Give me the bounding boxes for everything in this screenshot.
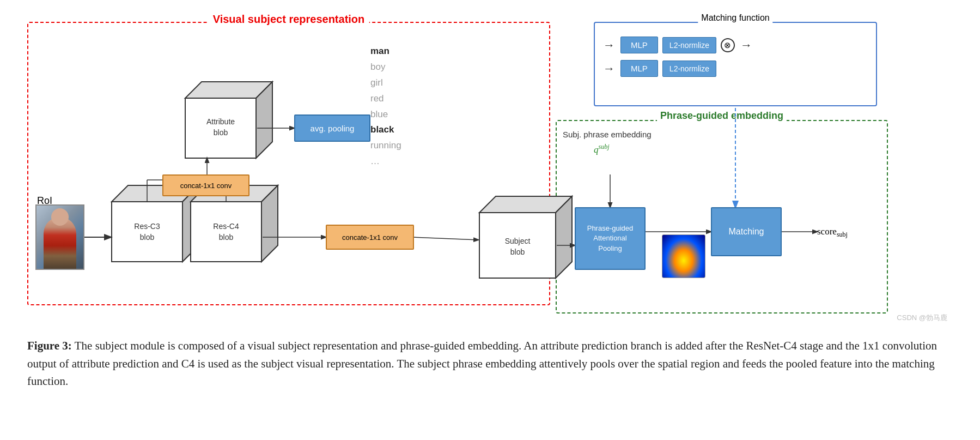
matching-function-inner: → MLP L2-normlize ⊗ → → MLP L2-normlize [595,23,876,82]
word-list: man boy girl red blue black running … [370,44,401,170]
q-subj-label: qsubj [594,143,610,155]
watermark: CSDN @勃马鹿 [897,313,947,323]
word-blue: blue [370,107,401,123]
concate-1x1-box: concate-1x1 conv [326,225,414,250]
main-container: Visual subject representation Phrase-gui… [0,0,980,440]
green-box-label: Phrase-guided embedding [657,110,787,122]
avg-pooling-box: avg. pooling [294,114,370,142]
score-subj-label: scoresubj [817,226,848,239]
caption-area: Figure 3: The subject module is composed… [22,337,958,390]
caption-figure-num: Figure 3: [27,339,72,352]
word-man: man [370,44,401,59]
red-dashed-box: Visual subject representation [27,22,550,305]
caption-text: The subject module is composed of a visu… [27,339,937,388]
word-red: red [370,91,401,107]
l2-box-2: L2-normlize [662,61,716,77]
red-box-label: Visual subject representation [209,13,369,26]
diagram-area: Visual subject representation Phrase-gui… [22,11,958,327]
roi-image [35,204,84,270]
word-boy: boy [370,59,401,75]
l2-box-1: L2-normlize [662,37,716,53]
mlp-box-2: MLP [620,60,658,77]
concat-1x1-box: concat-1x1 conv [162,174,249,196]
word-ellipsis: … [370,154,401,170]
matching-function-box: Matching function → MLP L2-normlize ⊗ → … [594,22,877,106]
heatmap-image [662,234,705,278]
mlp-row-2: → MLP L2-normlize [603,60,868,77]
mlp-box-1: MLP [620,37,658,53]
matching-box: Matching [711,207,782,256]
matching-function-label: Matching function [698,13,772,23]
mlp-row-1: → MLP L2-normlize ⊗ → [603,37,868,53]
phrase-guided-pooling-box: Phrase-guidedAttentionalPooling [575,207,646,270]
word-girl: girl [370,75,401,91]
word-running: running [370,138,401,154]
subj-phrase-label: Subj. phrase embedding [563,130,652,139]
word-black: black [370,122,401,138]
multiply-symbol: ⊗ [721,38,735,52]
